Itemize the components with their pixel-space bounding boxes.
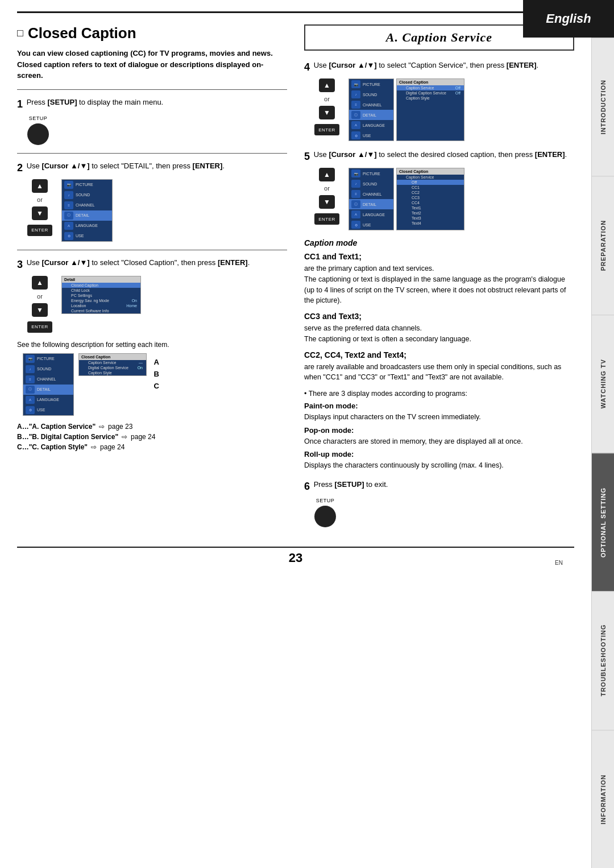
step-1: 1 Press [SETUP] to display the main menu… [17,97,287,145]
step5-inner-menu: Closed Caption Caption Service Off CC1 C… [396,168,464,230]
ref-a-page: page 23 [108,423,132,431]
step-4-text: Use [Cursor ▲/▼] to select "Caption Serv… [314,61,539,69]
detail-item-energy-saving: Energy Sav. ng ModeOn [62,298,140,303]
step-2-text: Use [Cursor ▲/▼] to select "DETAIL", the… [27,162,225,170]
arrow-down-btn-4: ▼ [319,106,335,119]
step-3-visual: ▲ or ▼ ENTER Detail Closed Caption Child… [27,276,287,333]
s5-channel: ≡CHANNEL [349,189,393,199]
step4-outer-menu: 📷PICTURE ♪SOUND ≡CHANNEL ⓘDETAIL ALANGUA… [349,78,394,141]
menu-icon-sound-2: ♪ [64,191,73,199]
pop-on-body: Once characters are stored in memory, th… [304,436,574,447]
detail-item-closed-caption: Closed Caption [62,283,140,288]
cc2-bullet: • There are 3 display modes according to… [304,388,574,399]
sidebar-tab-introduction[interactable]: INTRODUCTION [592,38,614,176]
menu-row-sound-2: ♪ SOUND [62,190,112,200]
paint-on-heading: Paint-on mode: [304,402,574,410]
roll-up-body: Displays the characters continuously by … [304,460,574,471]
or-text-5: or [324,185,330,192]
s5-cc2: CC2 [397,190,464,195]
ref-c-arrow: ⇨ [91,443,97,451]
step-6-visual: SETUP [314,498,574,527]
cc-item-caption-style: Caption Style [79,370,146,375]
sidebar-tab-troubleshooting[interactable]: TROUBLESHOOTING [592,591,614,729]
step-3: 3 Use [Cursor ▲/▼] to select "Closed Cap… [17,257,287,333]
s5-picture: 📷PICTURE [349,168,393,179]
ref-a-key: A…"A. Caption Service" [17,423,96,431]
or-text-3: or [37,293,43,300]
main-content: □ Closed Caption You can view closed cap… [0,0,591,585]
top-divider [17,11,574,13]
cc1-body: are the primary caption and text service… [304,263,574,306]
cc-submenu-title: Closed Caption [79,354,146,360]
setup-button-group-1: SETUP [27,115,49,145]
sidebar-tab-information[interactable]: INFORMATION [592,730,614,868]
s5-text1: Text1 [397,205,464,210]
abc-menu-section: 📷 PICTURE ♪ SOUND ≡ CHANNEL ⓘ DETAIL [23,353,287,416]
s5-language: ALANGUAGE [349,209,393,220]
step5-menus: 📷PICTURE ♪SOUND ≡CHANNEL ⓘDETAIL ALANGUA… [349,168,464,230]
cc-item-digital-caption: Digital Caption ServiceOn [79,365,146,370]
detail-menu-title: Detail [62,276,140,283]
step-4-visual: ▲ or ▼ ENTER 📷PICTURE ♪SOUND ≡CHANNEL ⓘD… [314,78,574,141]
s4-picture: 📷PICTURE [349,79,393,89]
divider-3 [17,250,287,250]
detail-item-location: LocationHome [62,303,140,308]
menu-row-detail-2: ⓘ DETAIL [62,210,112,221]
setup-label-6: SETUP [316,498,335,503]
step-1-text: Press [SETUP] to display the main menu. [27,98,164,106]
divider-1 [17,89,287,90]
detail-item-child-lock: Child Lock [62,288,140,293]
step3-footer: See the following description for settin… [17,341,287,349]
step-5-text: Use [Cursor ▲/▼] to select the desired c… [314,150,567,159]
menu-icon-use-2: ⚙ [64,232,73,240]
ref-b-key: B…"B. Digital Caption Service" [17,433,118,441]
step-2-num: 2 [17,162,23,173]
menu-icon-picture-2: 📷 [64,181,73,189]
right-column: A. Caption Service 4 Use [Cursor ▲/▼] to… [304,24,574,535]
ref-item-b: B…"B. Digital Caption Service" ⇨ page 24 [17,433,287,441]
menu-row-use-2: ⚙ USE [62,231,112,241]
ref-b-page: page 24 [131,433,155,441]
cursor-btn-group-5: ▲ or ▼ ENTER [314,168,339,230]
or-text-2: or [37,196,43,203]
language-label: English [546,11,591,26]
arrow-down-btn-3: ▼ [32,303,48,317]
setup-round-btn-6 [314,506,336,527]
sidebar-tab-preparation[interactable]: PREPARATION [592,176,614,314]
step-5-num: 5 [304,151,310,162]
s5-text4: Text4 [397,221,464,226]
roll-up-heading: Roll-up mode: [304,450,574,458]
s5-off: Off [397,180,464,185]
detail-item-software-info: Current Software Info [62,308,140,313]
s4-sound: ♪SOUND [349,89,393,100]
s4-detail: ⓘDETAIL [349,110,393,120]
cursor-btn-group-3: ▲ or ▼ ENTER [27,276,52,333]
caption-mode-section: Caption mode CC1 and Text1; are the prim… [304,238,574,471]
or-text-4: or [324,96,330,102]
menu-mockup-abc-outer: 📷 PICTURE ♪ SOUND ≡ CHANNEL ⓘ DETAIL [23,353,74,416]
menu-mockup-2: 📷 PICTURE ♪ SOUND ≡ CHANNEL ⓘ [61,179,113,242]
sidebar-tab-optional-setting[interactable]: OPTIONAL SETTING [592,453,614,591]
setup-round-btn-1 [27,123,49,145]
s5-cc4: CC4 [397,200,464,205]
detail-menu-mockup: Detail Closed Caption Child Lock PC Sett… [61,276,141,314]
abc-labels: A B C [154,358,159,390]
abc-outer-channel: ≡ CHANNEL [23,374,73,385]
step-6: 6 Press [SETUP] to exit. SETUP [304,479,574,527]
step-5-visual: ▲ or ▼ ENTER 📷PICTURE ♪SOUND ≡CHANNEL ⓘD… [314,168,574,230]
menu-icon-language-2: A [64,222,73,230]
cc2-body: are rarely available and broadcasters us… [304,362,574,383]
ref-item-c: C…"C. Caption Style" ⇨ page 24 [17,443,287,451]
abc-outer-sound: ♪ SOUND [23,364,73,374]
step5-outer-menu: 📷PICTURE ♪SOUND ≡CHANNEL ⓘDETAIL ALANGUA… [349,168,394,230]
s4-caption-style: Caption Style [397,96,464,101]
sidebar-tab-watching-tv[interactable]: WATCHING TV [592,315,614,453]
s5-detail: ⓘDETAIL [349,199,393,209]
s5-cc3: CC3 [397,195,464,200]
ref-c-key: C…"C. Caption Style" [17,443,88,451]
label-b: B [154,370,159,378]
arrow-down-btn-5: ▼ [319,195,335,209]
menu-icon-channel-2: ≡ [64,201,73,209]
arrow-up-btn-4: ▲ [319,78,335,92]
abc-outer-use: ⚙ USE [23,405,73,415]
